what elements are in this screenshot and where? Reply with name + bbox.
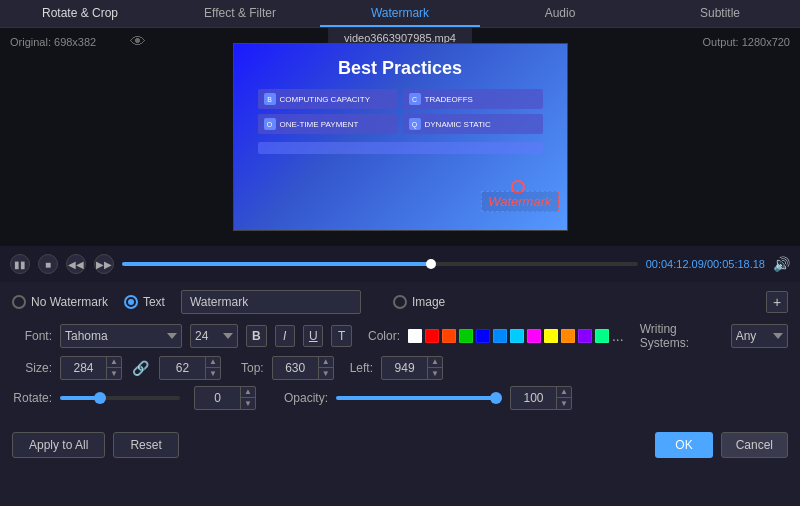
swatch-cyan[interactable]	[510, 329, 524, 343]
tab-effect-filter[interactable]: Effect & Filter	[160, 0, 320, 27]
swatch-magenta[interactable]	[527, 329, 541, 343]
watermark-overlay[interactable]: Watermark	[481, 191, 558, 212]
width-input[interactable]	[61, 361, 106, 375]
height-input[interactable]	[160, 361, 205, 375]
opacity-input[interactable]	[511, 391, 556, 405]
timeline-track[interactable]	[122, 262, 638, 266]
add-image-button[interactable]: +	[766, 291, 788, 313]
timeline-time: 00:04:12.09/00:05:18.18	[646, 258, 765, 270]
timeline-thumb[interactable]	[426, 259, 436, 269]
prev-frame-button[interactable]: ◀◀	[66, 254, 86, 274]
volume-icon[interactable]: 🔊	[773, 256, 790, 272]
writing-systems-label: Writing Systems:	[640, 322, 723, 350]
left-arrows: ▲ ▼	[427, 357, 442, 379]
swatch-white[interactable]	[408, 329, 422, 343]
video-area: Original: 698x382 👁 video3663907985.mp4 …	[0, 28, 800, 246]
swatch-light-blue[interactable]	[493, 329, 507, 343]
width-arrows: ▲ ▼	[106, 357, 121, 379]
swatch-green[interactable]	[459, 329, 473, 343]
left-down-arrow[interactable]: ▼	[428, 368, 442, 379]
size-label: Size:	[12, 361, 52, 375]
no-watermark-radio[interactable]	[12, 295, 26, 309]
tab-rotate-crop[interactable]: Rotate & Crop	[0, 0, 160, 27]
italic-button[interactable]: I	[275, 325, 295, 347]
underline-button[interactable]: U	[303, 325, 323, 347]
strikethrough-button[interactable]: T	[331, 325, 351, 347]
swatch-orange[interactable]	[561, 329, 575, 343]
next-frame-button[interactable]: ▶▶	[94, 254, 114, 274]
swatch-mint[interactable]	[595, 329, 609, 343]
link-dimensions-icon[interactable]: 🔗	[132, 360, 149, 376]
image-watermark-option[interactable]: Image	[393, 295, 445, 309]
original-resolution: Original: 698x382	[10, 36, 96, 48]
text-watermark-option[interactable]: Text	[124, 295, 165, 309]
tab-subtitle[interactable]: Subtitle	[640, 0, 800, 27]
height-down-arrow[interactable]: ▼	[206, 368, 220, 379]
preview-item: O ONE-TIME PAYMENT	[258, 114, 398, 134]
bottom-row: Apply to All Reset OK Cancel	[0, 424, 800, 464]
left-input[interactable]	[382, 361, 427, 375]
swatch-red[interactable]	[425, 329, 439, 343]
ok-button[interactable]: OK	[655, 432, 712, 458]
opacity-down-arrow[interactable]: ▼	[557, 398, 571, 409]
tab-audio[interactable]: Audio	[480, 0, 640, 27]
width-down-arrow[interactable]: ▼	[107, 368, 121, 379]
top-up-arrow[interactable]: ▲	[319, 357, 333, 368]
swatch-yellow[interactable]	[544, 329, 558, 343]
no-watermark-option[interactable]: No Watermark	[12, 295, 108, 309]
left-up-arrow[interactable]: ▲	[428, 357, 442, 368]
writing-systems-select[interactable]: Any	[731, 324, 788, 348]
top-input[interactable]	[273, 361, 318, 375]
opacity-slider-thumb[interactable]	[490, 392, 502, 404]
bottom-left-actions: Apply to All Reset	[12, 432, 179, 458]
preview-item-icon-q: Q	[409, 118, 421, 130]
top-spinbox: ▲ ▼	[272, 356, 334, 380]
image-watermark-radio[interactable]	[393, 295, 407, 309]
color-swatches: ...	[408, 328, 624, 344]
height-up-arrow[interactable]: ▲	[206, 357, 220, 368]
play-pause-button[interactable]: ▮▮	[10, 254, 30, 274]
preview-item-icon-b: B	[264, 93, 276, 105]
timeline-area: ▮▮ ■ ◀◀ ▶▶ 00:04:12.09/00:05:18.18 🔊	[0, 246, 800, 282]
preview-item-icon-o: O	[264, 118, 276, 130]
more-colors-button[interactable]: ...	[612, 328, 624, 344]
watermark-type-row: No Watermark Text Image +	[12, 290, 788, 314]
opacity-up-arrow[interactable]: ▲	[557, 387, 571, 398]
opacity-slider-track[interactable]	[336, 396, 496, 400]
rotate-down-arrow[interactable]: ▼	[241, 398, 255, 409]
preview-item: B COMPUTING CAPACITY	[258, 89, 398, 109]
rotate-spinbox: ▲ ▼	[194, 386, 256, 410]
font-select[interactable]: Tahoma	[60, 324, 182, 348]
rotate-slider-track[interactable]	[60, 396, 180, 400]
cancel-button[interactable]: Cancel	[721, 432, 788, 458]
rotate-opacity-row: Rotate: ▲ ▼ Opacity: ▲ ▼	[12, 386, 788, 410]
preview-item: Q DYNAMIC STATIC	[403, 114, 543, 134]
reset-button[interactable]: Reset	[113, 432, 178, 458]
stop-button[interactable]: ■	[38, 254, 58, 274]
rotate-label: Rotate:	[12, 391, 52, 405]
swatch-orange-red[interactable]	[442, 329, 456, 343]
font-size-select[interactable]: 24	[190, 324, 238, 348]
opacity-label: Opacity:	[284, 391, 328, 405]
preview-grid: B COMPUTING CAPACITY C TRADEOFFS O ONE-T…	[258, 89, 543, 134]
rotate-arrows: ▲ ▼	[240, 387, 255, 409]
rotate-slider-thumb[interactable]	[94, 392, 106, 404]
preview-title: Best Practices	[234, 58, 567, 79]
apply-to-all-button[interactable]: Apply to All	[12, 432, 105, 458]
bold-button[interactable]: B	[246, 325, 266, 347]
watermark-text-input[interactable]	[181, 290, 361, 314]
preview-item-label: COMPUTING CAPACITY	[280, 95, 371, 104]
rotate-input[interactable]	[195, 391, 240, 405]
left-label: Left:	[350, 361, 373, 375]
tab-watermark[interactable]: Watermark	[320, 0, 480, 27]
top-down-arrow[interactable]: ▼	[319, 368, 333, 379]
width-spinbox: ▲ ▼	[60, 356, 122, 380]
swatch-blue[interactable]	[476, 329, 490, 343]
text-watermark-radio[interactable]	[124, 295, 138, 309]
font-label: Font:	[12, 329, 52, 343]
preview-item-label: ONE-TIME PAYMENT	[280, 120, 359, 129]
swatch-purple[interactable]	[578, 329, 592, 343]
rotate-up-arrow[interactable]: ▲	[241, 387, 255, 398]
width-up-arrow[interactable]: ▲	[107, 357, 121, 368]
eye-icon[interactable]: 👁	[130, 33, 146, 51]
